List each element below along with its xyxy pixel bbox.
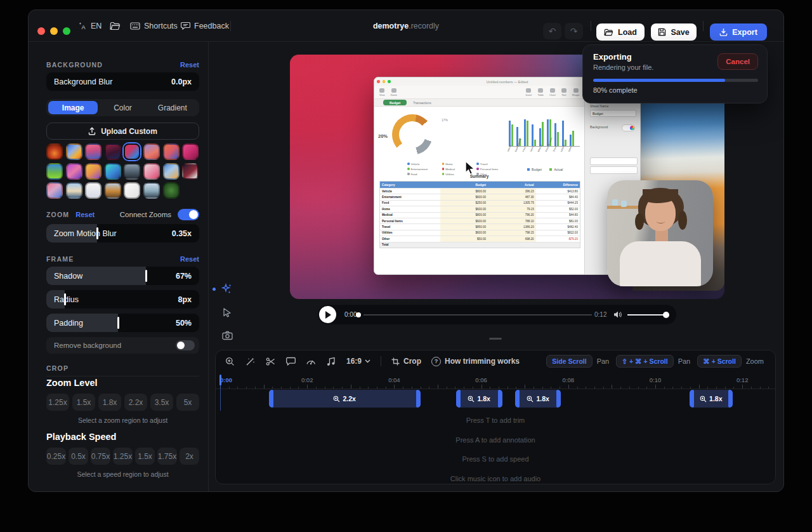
- playhead[interactable]: [219, 375, 221, 385]
- wallpaper-thumbnail-22[interactable]: [143, 182, 160, 199]
- zoom-reset-link[interactable]: Reset: [75, 211, 95, 218]
- padding-slider[interactable]: Padding50%: [46, 314, 199, 332]
- speed-0.75x[interactable]: 0.75x: [91, 448, 110, 465]
- wallpaper-thumbnail-12[interactable]: [105, 163, 121, 180]
- background-tab-color[interactable]: Color: [98, 101, 147, 114]
- effects-tool-button[interactable]: [220, 282, 234, 296]
- speed-1.25x[interactable]: 1.25x: [113, 448, 133, 465]
- wallpaper-thumbnail-13[interactable]: [124, 163, 140, 180]
- wallpaper-thumbnail-7[interactable]: [163, 143, 180, 160]
- zoom-level-5x[interactable]: 5x: [176, 394, 199, 411]
- background-tab-image[interactable]: Image: [48, 101, 98, 114]
- annotation-button[interactable]: [285, 356, 296, 366]
- export-button[interactable]: Export: [710, 23, 767, 41]
- crop-button[interactable]: Crop: [391, 357, 421, 366]
- wallpaper-thumbnail-16[interactable]: [182, 163, 199, 180]
- shadow-slider[interactable]: Shadow67%: [46, 267, 199, 285]
- webcam-overlay[interactable]: [607, 180, 713, 286]
- wallpaper-thumbnail-1[interactable]: [46, 143, 63, 160]
- speed-0.25x[interactable]: 0.25x: [46, 448, 66, 465]
- wallpaper-thumbnail-20[interactable]: [105, 182, 121, 199]
- clip-right-handle[interactable]: [556, 390, 561, 408]
- wallpaper-thumbnail-5[interactable]: [124, 143, 140, 160]
- undo-button[interactable]: ↶: [543, 23, 561, 39]
- upload-custom-button[interactable]: Upload Custom: [46, 123, 199, 140]
- cancel-export-button[interactable]: Cancel: [717, 53, 758, 70]
- zoom-level-2.2x[interactable]: 2.2x: [124, 394, 147, 411]
- clip-right-handle[interactable]: [498, 390, 502, 408]
- wallpaper-thumbnail-23[interactable]: [163, 182, 180, 199]
- slider-handle[interactable]: [117, 317, 119, 329]
- zoom-level-1.8x[interactable]: 1.8x: [98, 394, 121, 411]
- aspect-ratio-dropdown[interactable]: 16:9: [346, 357, 370, 366]
- redo-button[interactable]: ↷: [565, 23, 583, 39]
- speed-1.5x[interactable]: 1.5x: [135, 448, 155, 465]
- minimize-window-button[interactable]: [50, 27, 58, 35]
- close-window-button[interactable]: [37, 27, 45, 35]
- zoom-level-3.5x[interactable]: 3.5x: [150, 394, 173, 411]
- wallpaper-thumbnail-17[interactable]: [46, 182, 63, 199]
- zoom-region-clip[interactable]: 1.8x: [515, 390, 561, 408]
- wallpaper-thumbnail-2[interactable]: [66, 143, 82, 160]
- speed-0.5x[interactable]: 0.5x: [69, 448, 88, 465]
- wallpaper-thumbnail-18[interactable]: [66, 182, 82, 199]
- wallpaper-thumbnail-3[interactable]: [85, 143, 102, 160]
- wallpaper-thumbnail-14[interactable]: [143, 163, 160, 180]
- wallpaper-thumbnail-6[interactable]: [143, 143, 160, 160]
- wallpaper-thumbnail-9[interactable]: [46, 163, 63, 180]
- speed-1.75x[interactable]: 1.75x: [157, 448, 177, 465]
- clip-left-handle[interactable]: [269, 390, 273, 408]
- zoom-level-1.25x[interactable]: 1.25x: [46, 394, 69, 411]
- wallpaper-thumbnail-19[interactable]: [85, 182, 102, 199]
- open-project-button[interactable]: [110, 10, 121, 41]
- volume-handle[interactable]: [663, 312, 669, 318]
- scrubber-handle[interactable]: [356, 312, 361, 317]
- timeline-zoom-button[interactable]: [225, 356, 235, 366]
- clip-right-handle[interactable]: [416, 390, 421, 408]
- zoom-motion-blur-slider[interactable]: Zoom Motion Blur 0.35x: [46, 224, 199, 243]
- clip-left-handle[interactable]: [690, 390, 694, 408]
- slider-handle[interactable]: [145, 270, 147, 282]
- remove-background-toggle[interactable]: [176, 340, 195, 350]
- shortcuts-button[interactable]: Shortcuts: [130, 10, 178, 41]
- wallpaper-thumbnail-4[interactable]: [105, 143, 121, 160]
- cursor-tool-button[interactable]: [220, 305, 234, 319]
- play-button[interactable]: [319, 306, 336, 323]
- volume-track[interactable]: [627, 314, 667, 316]
- trim-button[interactable]: [265, 356, 275, 366]
- wallpaper-thumbnail-10[interactable]: [66, 163, 82, 180]
- person-hair-curl-2: [678, 211, 687, 230]
- zoom-region-clip[interactable]: 1.8x: [690, 390, 733, 408]
- wallpaper-thumbnail-15[interactable]: [163, 163, 180, 180]
- audio-button[interactable]: [326, 356, 336, 366]
- magic-wand-button[interactable]: [245, 356, 255, 366]
- clip-left-handle[interactable]: [456, 390, 461, 408]
- trimming-help-button[interactable]: ? How trimming works: [431, 357, 520, 366]
- timeline-ruler[interactable]: 0:000:020:040:060:080:100:12: [216, 375, 775, 389]
- feedback-button[interactable]: Feedback: [181, 10, 229, 41]
- volume-icon[interactable]: [613, 310, 622, 319]
- load-button[interactable]: Load: [596, 23, 645, 41]
- zoom-region-clip[interactable]: 1.8x: [456, 390, 502, 408]
- zoom-level-1.5x[interactable]: 1.5x: [72, 394, 95, 411]
- wallpaper-thumbnail-8[interactable]: [182, 143, 199, 160]
- connect-zooms-toggle[interactable]: [178, 209, 199, 220]
- scrubber-track[interactable]: [363, 314, 592, 316]
- background-tab-gradient[interactable]: Gradient: [148, 101, 197, 114]
- background-reset-link[interactable]: Reset: [180, 61, 199, 69]
- wallpaper-thumbnail-11[interactable]: [85, 163, 102, 180]
- zoom-region-clip[interactable]: 2.2x: [269, 390, 421, 408]
- clip-left-handle[interactable]: [515, 390, 520, 408]
- maximize-window-button[interactable]: [63, 27, 70, 35]
- wallpaper-thumbnail-21[interactable]: [124, 182, 140, 199]
- save-button[interactable]: Save: [651, 23, 697, 41]
- frame-reset-link[interactable]: Reset: [180, 255, 199, 263]
- speed-2x[interactable]: 2x: [180, 448, 199, 465]
- language-button[interactable]: A EN: [78, 10, 102, 41]
- timeline-resize-handle[interactable]: [489, 338, 502, 340]
- clip-right-handle[interactable]: [728, 390, 733, 408]
- radius-slider[interactable]: Radius8px: [46, 290, 199, 309]
- camera-tool-button[interactable]: [220, 328, 234, 342]
- background-blur-slider[interactable]: Background Blur 0.0px: [46, 72, 199, 91]
- speed-button[interactable]: [306, 356, 316, 366]
